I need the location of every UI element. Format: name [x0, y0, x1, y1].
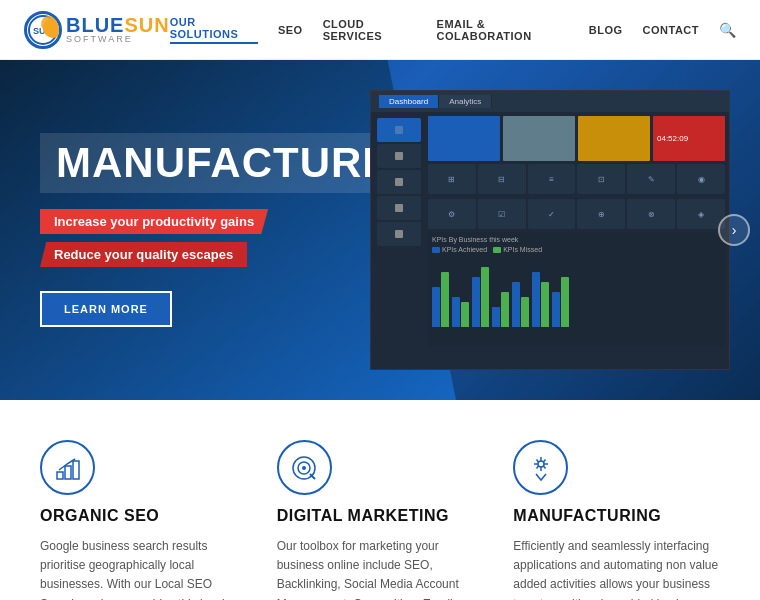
manufacturing-icon — [513, 440, 568, 495]
dash-icon-8: ☑ — [478, 199, 526, 229]
seo-icon — [40, 440, 95, 495]
dash-body: 04:52:09 ⊞ ⊟ ≡ ⊡ ✎ ◉ ⚙ ☑ ✓ ⊕ ⊗ ◈ — [371, 112, 729, 350]
nav-our-solutions[interactable]: OUR SOLUTIONS — [170, 16, 258, 44]
dash-header: Dashboard Analytics — [371, 91, 729, 112]
nav-seo[interactable]: SEO — [278, 24, 303, 36]
dash-icon-6: ◉ — [677, 164, 725, 194]
svg-point-10 — [538, 461, 544, 467]
dash-icons-row-2: ⚙ ☑ ✓ ⊕ ⊗ ◈ — [428, 199, 725, 229]
feature-digital-marketing: DIGITAL MARKETING Our toolbox for market… — [277, 440, 484, 600]
dash-tab-analytics: Analytics — [439, 95, 492, 108]
features-section: ORGANIC SEO Google business search resul… — [0, 400, 760, 600]
dash-chart: KPIs By Business this week KPIs Achieved… — [428, 232, 725, 346]
dash-icon-7: ⚙ — [428, 199, 476, 229]
feature-manufacturing: MANUFACTURING Efficiently and seamlessly… — [513, 440, 720, 600]
svg-line-16 — [543, 466, 545, 469]
hero-content: MANUFACTURING Increase your productivity… — [40, 133, 380, 327]
dash-card-blue — [428, 116, 500, 161]
feature-marketing-desc: Our toolbox for marketing your business … — [277, 537, 484, 600]
dash-icon-3: ≡ — [528, 164, 576, 194]
logo: SUN BLUESUN SOFTWARE — [24, 11, 170, 49]
dash-tabs: Dashboard Analytics — [379, 95, 492, 108]
logo-text: BLUESUN SOFTWARE — [66, 15, 170, 44]
dash-card-gray — [503, 116, 575, 161]
nav-email[interactable]: EMAIL & COLABORATION — [437, 18, 569, 42]
feature-manufacturing-desc: Efficiently and seamlessly interfacing a… — [513, 537, 720, 600]
dash-tab-dashboard: Dashboard — [379, 95, 439, 108]
dash-main: 04:52:09 ⊞ ⊟ ≡ ⊡ ✎ ◉ ⚙ ☑ ✓ ⊕ ⊗ ◈ — [428, 116, 725, 346]
main-nav: OUR SOLUTIONS SEO CLOUD SERVICES EMAIL &… — [170, 16, 736, 44]
svg-rect-3 — [57, 472, 63, 479]
dash-cards-row: 04:52:09 — [428, 116, 725, 161]
site-header: SUN BLUESUN SOFTWARE OUR SOLUTIONS SEO C… — [0, 0, 760, 60]
svg-text:SUN: SUN — [33, 26, 52, 36]
nav-cloud-services[interactable]: CLOUD SERVICES — [323, 18, 417, 42]
svg-line-18 — [536, 466, 538, 469]
hero-next-arrow[interactable]: › — [718, 214, 750, 246]
dash-nav-4 — [377, 196, 421, 220]
dash-icon-2: ⊟ — [478, 164, 526, 194]
dash-nav-3 — [377, 170, 421, 194]
dash-icons-row: ⊞ ⊟ ≡ ⊡ ✎ ◉ — [428, 164, 725, 194]
hero-tag2: Reduce your quality escapes — [40, 242, 247, 267]
dash-sidebar — [375, 116, 425, 346]
dash-card-gold — [578, 116, 650, 161]
dash-nav-2 — [377, 144, 421, 168]
dash-nav-5 — [377, 222, 421, 246]
search-icon[interactable]: 🔍 — [719, 22, 736, 38]
svg-line-15 — [536, 459, 538, 462]
dashboard-preview: Dashboard Analytics 04:52:09 — [370, 90, 730, 370]
marketing-icon — [277, 440, 332, 495]
feature-seo-title: ORGANIC SEO — [40, 507, 247, 525]
dash-icon-1: ⊞ — [428, 164, 476, 194]
dash-icon-4: ⊡ — [577, 164, 625, 194]
svg-point-1 — [41, 16, 57, 32]
feature-manufacturing-title: MANUFACTURING — [513, 507, 720, 525]
nav-contact[interactable]: CONTACT — [643, 24, 699, 36]
learn-more-button[interactable]: LEARN MORE — [40, 291, 172, 327]
svg-rect-5 — [73, 461, 79, 479]
svg-line-17 — [543, 459, 545, 462]
dash-icon-10: ⊕ — [577, 199, 625, 229]
feature-marketing-title: DIGITAL MARKETING — [277, 507, 484, 525]
hero-section: MANUFACTURING Increase your productivity… — [0, 60, 760, 400]
dash-bar-chart — [432, 257, 721, 327]
hero-tag1: Increase your productivity gains — [40, 209, 268, 234]
dash-nav-1 — [377, 118, 421, 142]
feature-organic-seo: ORGANIC SEO Google business search resul… — [40, 440, 247, 600]
logo-icon: SUN — [24, 11, 62, 49]
logo-name: BLUESUN — [66, 15, 170, 35]
dash-icon-11: ⊗ — [627, 199, 675, 229]
dash-icon-9: ✓ — [528, 199, 576, 229]
feature-seo-desc: Google business search results prioritis… — [40, 537, 247, 600]
nav-blog[interactable]: BLOG — [589, 24, 623, 36]
dash-icon-5: ✎ — [627, 164, 675, 194]
dash-chart-title: KPIs By Business this week — [432, 236, 721, 243]
svg-point-8 — [302, 466, 306, 470]
svg-rect-4 — [65, 466, 71, 479]
logo-tagline: SOFTWARE — [66, 35, 170, 44]
dash-card-red: 04:52:09 — [653, 116, 725, 161]
